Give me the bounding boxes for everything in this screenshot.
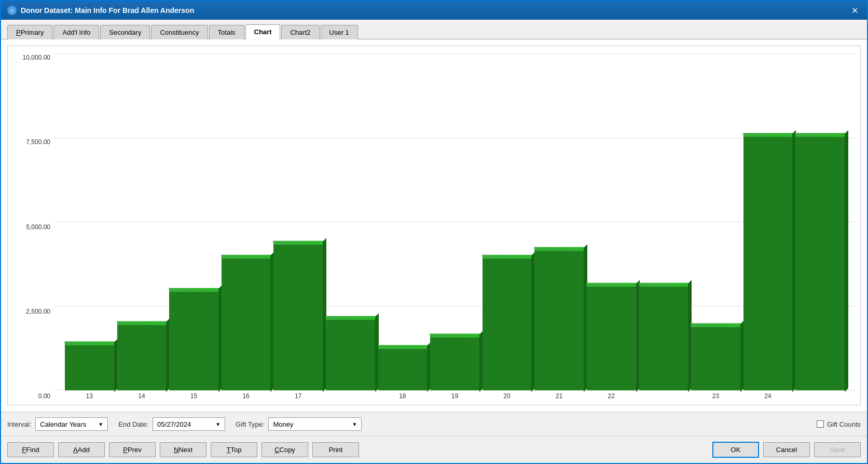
bar-top-7 (430, 333, 480, 338)
bar-group-4 (273, 244, 323, 390)
tabs-bar: PPrimary Add'l Info Secondary Constituen… (1, 20, 867, 39)
x-label-5 (326, 392, 375, 400)
copy-button[interactable]: CCopy (261, 442, 308, 457)
bar-group-8 (483, 258, 532, 390)
content-area: 10,000.00 7,500.00 5,000.00 2,500.00 0.0… (1, 39, 867, 412)
bar-front-14 (795, 136, 845, 390)
bar-top-4 (273, 241, 323, 245)
bar-front-2 (169, 291, 218, 390)
x-label-8: 20 (483, 392, 532, 400)
bars-wrapper (54, 54, 855, 390)
close-button[interactable]: ✕ (848, 4, 861, 17)
bar-top-8 (482, 255, 532, 259)
ok-button[interactable]: OK (712, 442, 759, 458)
chart-inner: 131415161718192021222324 (54, 54, 855, 400)
x-label-7: 19 (430, 392, 479, 400)
top-button[interactable]: TTop (211, 442, 257, 457)
gift-counts-group: Gift Counts (817, 420, 861, 428)
bar-front-7 (430, 337, 479, 390)
end-date-dropdown-arrow: ▼ (215, 421, 221, 427)
bar-group-12 (691, 327, 740, 390)
bar-3d-8 (483, 258, 532, 390)
interval-label: Interval: (7, 420, 31, 428)
cancel-button[interactable]: Cancel (763, 442, 810, 457)
bar-3d-11 (639, 286, 688, 390)
bar-front-11 (639, 286, 688, 390)
interval-group: Interval: Calendar Years ▼ (7, 417, 108, 431)
bar-top-11 (639, 283, 688, 287)
tab-totals[interactable]: Totals (209, 25, 244, 39)
bar-group-5 (326, 319, 375, 390)
tab-primary[interactable]: PPrimary (7, 25, 52, 39)
bar-front-9 (534, 250, 584, 390)
y-label-10000: 10,000.00 (23, 54, 50, 61)
tab-addlinfo[interactable]: Add'l Info (53, 25, 99, 39)
x-label-12: 23 (691, 392, 740, 400)
bar-group-10 (587, 286, 636, 390)
bar-3d-13 (743, 136, 793, 390)
bar-top-13 (743, 133, 793, 137)
tab-constituency[interactable]: Constituency (151, 25, 208, 39)
x-label-11 (639, 392, 688, 400)
save-button[interactable]: Save (814, 442, 861, 457)
gift-counts-checkbox[interactable] (817, 420, 824, 428)
y-label-7500: 7,500.00 (26, 138, 50, 146)
bar-3d-0 (65, 345, 114, 390)
app-icon: ⊙ (7, 6, 17, 15)
bar-front-3 (222, 258, 271, 390)
x-label-3: 16 (222, 392, 271, 400)
gift-type-dropdown[interactable]: Money ▼ (268, 417, 362, 431)
bar-front-6 (378, 348, 428, 390)
gift-type-label: Gift Type: (236, 420, 264, 428)
bar-top-10 (586, 283, 636, 287)
end-date-group: End Date: 05/27/2024 ▼ (118, 417, 225, 431)
add-button[interactable]: AAdd (58, 442, 105, 457)
bar-top-0 (64, 341, 114, 345)
bar-3d-1 (117, 325, 167, 390)
bar-group-9 (534, 250, 584, 390)
x-label-2: 15 (169, 392, 218, 400)
bar-group-7 (430, 337, 479, 390)
bar-3d-12 (691, 327, 740, 390)
bar-top-1 (117, 321, 167, 325)
bar-3d-2 (169, 291, 218, 390)
tab-secondary[interactable]: Secondary (100, 25, 150, 39)
bar-front-5 (326, 319, 375, 390)
next-button[interactable]: NNext (160, 442, 206, 457)
bar-top-5 (325, 316, 375, 320)
tab-user1[interactable]: User 1 (321, 25, 358, 39)
gift-type-group: Gift Type: Money ▼ (236, 417, 362, 431)
bar-top-6 (378, 345, 428, 349)
prev-button[interactable]: PPrev (109, 442, 156, 457)
bar-front-8 (483, 258, 532, 390)
print-button[interactable]: Print (312, 442, 359, 457)
x-label-6: 18 (378, 392, 428, 400)
x-label-10: 22 (587, 392, 636, 400)
y-label-2500: 2,500.00 (26, 308, 50, 315)
tab-chart2[interactable]: Chart2 (281, 25, 319, 39)
x-axis: 131415161718192021222324 (54, 390, 855, 400)
bar-group-11 (639, 286, 688, 390)
bar-front-10 (587, 286, 636, 390)
chart-container: 10,000.00 7,500.00 5,000.00 2,500.00 0.0… (7, 46, 861, 405)
y-label-0: 0.00 (38, 392, 50, 400)
bar-3d-4 (273, 244, 323, 390)
interval-dropdown[interactable]: Calendar Years ▼ (35, 417, 108, 431)
end-date-label: End Date: (118, 420, 148, 428)
find-button[interactable]: FFind (7, 442, 54, 457)
bar-front-1 (117, 325, 167, 390)
y-label-5000: 5,000.00 (26, 223, 50, 231)
bar-front-0 (65, 345, 114, 390)
bar-top-3 (221, 255, 271, 259)
bar-group-1 (117, 325, 167, 390)
bar-group-13 (743, 136, 793, 390)
interval-dropdown-arrow: ▼ (98, 421, 103, 427)
controls-bar: Interval: Calendar Years ▼ End Date: 05/… (1, 412, 867, 436)
y-axis: 10,000.00 7,500.00 5,000.00 2,500.00 0.0… (13, 54, 54, 400)
main-window: ⊙ Donor Dataset: Main Info For Brad Alle… (0, 0, 868, 464)
end-date-dropdown[interactable]: 05/27/2024 ▼ (153, 417, 225, 431)
gift-type-dropdown-arrow: ▼ (352, 421, 357, 427)
gift-counts-label: Gift Counts (827, 420, 861, 428)
x-label-1: 14 (117, 392, 167, 400)
tab-chart[interactable]: Chart (245, 24, 281, 39)
